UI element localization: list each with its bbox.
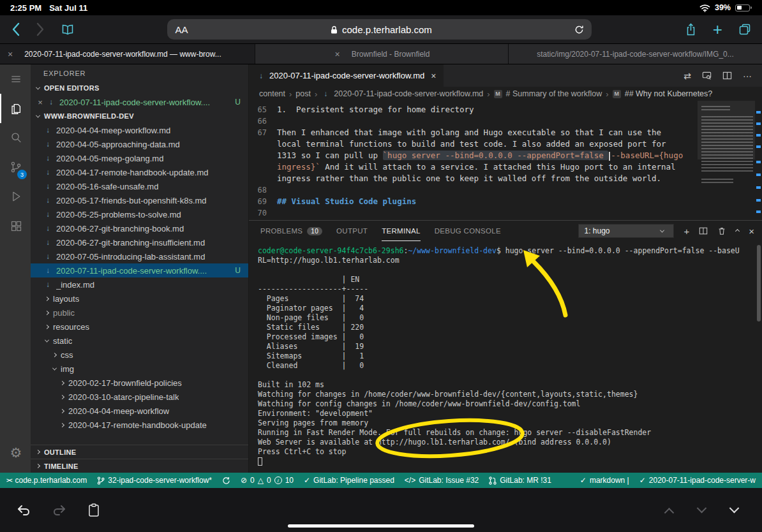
text-size-button[interactable]: AA: [175, 24, 188, 35]
remote-indicator[interactable]: >< code.p.terharlab.com: [6, 476, 87, 485]
tab-output[interactable]: OUTPUT: [336, 221, 368, 241]
code-line: 69## Visual Studio Code plugins: [249, 196, 762, 207]
tree-file-2020-05-25-problems-to-solve.md[interactable]: ↓2020-05-25-problems-to-solve.md: [31, 207, 248, 221]
run-debug-activity-button[interactable]: [0, 182, 31, 211]
tree-file-_index.md[interactable]: ↓_index.md: [31, 277, 248, 292]
explorer-activity-button[interactable]: [0, 94, 31, 123]
tree-folder-resources[interactable]: resources: [31, 320, 248, 334]
tree-file-2020-07-11-ipad-code-server-workflow....[interactable]: ↓2020-07-11-ipad-code-server-workflow...…: [31, 263, 248, 277]
breadcrumb-item[interactable]: 2020-07-11-ipad-code-server-workflow.md: [334, 89, 483, 98]
menu-button[interactable]: [0, 64, 31, 94]
tree-file-2020-04-05-approaching-data.md[interactable]: ↓2020-04-05-approaching-data.md: [31, 137, 248, 151]
url-bar[interactable]: AA code.p.terharlab.com: [167, 19, 592, 40]
tree-folder-css[interactable]: css: [31, 348, 248, 362]
gitlab-issue-status[interactable]: </> GitLab: Issue #32: [405, 476, 479, 485]
tree-folder-public[interactable]: public: [31, 306, 248, 320]
tree-folder-img[interactable]: img: [31, 362, 248, 376]
tree-folder-static[interactable]: static: [31, 334, 248, 348]
breadcrumb-item[interactable]: # Summary of the workflow: [506, 89, 602, 98]
split-terminal-icon[interactable]: [699, 226, 708, 235]
split-editor-icon[interactable]: [722, 71, 732, 80]
terminal-line: Watching for changes in /home/coder/www-…: [258, 390, 762, 399]
tree-file-2020-07-05-introducing-lab-assistant.md[interactable]: ↓2020-07-05-introducing-lab-assistant.md: [31, 249, 248, 263]
close-tab-icon[interactable]: ×: [335, 49, 340, 59]
problems-status[interactable]: ⊘ 0 △ 0 i 10: [241, 476, 294, 485]
gitlab-mr-status[interactable]: GitLab: MR !31: [489, 476, 551, 485]
language-mode[interactable]: ✓ markdown |: [580, 476, 629, 485]
tree-file-2020-04-04-meep-workflow.md[interactable]: ↓2020-04-04-meep-workflow.md: [31, 123, 248, 137]
terminal-scrollbar[interactable]: [757, 245, 761, 321]
dismiss-keyboard-button[interactable]: [731, 505, 738, 516]
safari-tab-brownfield[interactable]: × Brownfield - Brownfield: [255, 44, 508, 64]
open-editor-item[interactable]: × ↓ 2020-07-11-ipad-code-server-workflow…: [31, 95, 248, 109]
gitlab-pipeline-status[interactable]: ✓ GitLab: Pipeline passed: [304, 476, 394, 485]
source-control-activity-button[interactable]: 3: [0, 152, 31, 182]
terminal[interactable]: coder@code-server-94f4c7cb6-29sh6:~/www-…: [249, 241, 762, 473]
terminal-picker[interactable]: 1: hugo: [578, 224, 674, 238]
workspace-header[interactable]: WWW-BROWNFIELD-DEV: [31, 109, 248, 123]
search-activity-button[interactable]: [0, 123, 31, 152]
tree-folder-2020-04-17-remote-handbook-update[interactable]: 2020-04-17-remote-handbook-update: [31, 418, 248, 432]
tree-item-label: 2020-05-16-safe-unsafe.md: [56, 182, 158, 191]
new-terminal-icon[interactable]: +: [684, 226, 689, 237]
tree-file-2020-05-17-friends-but-openshift-k8s.md[interactable]: ↓2020-05-17-friends-but-openshift-k8s.md: [31, 193, 248, 207]
file-check-status[interactable]: ✓ 2020-07-11-ipad-code-server-w: [639, 476, 756, 485]
editor-tab[interactable]: ↓ 2020-07-11-ipad-code-server-workflow.m…: [249, 64, 444, 87]
open-editors-header[interactable]: OPEN EDITORS: [31, 81, 248, 95]
breadcrumb-item[interactable]: content: [259, 89, 285, 98]
tree-folder-layouts[interactable]: layouts: [31, 292, 248, 306]
tabs-overview-button[interactable]: [739, 24, 751, 35]
tab-debug-console[interactable]: DEBUG CONSOLE: [435, 221, 501, 241]
hamburger-icon: [10, 73, 22, 85]
tab-terminal[interactable]: TERMINAL: [382, 221, 421, 241]
shortcuts-down-button[interactable]: [698, 505, 705, 516]
close-editor-tab-icon[interactable]: ×: [431, 71, 436, 81]
minimap[interactable]: [698, 101, 755, 220]
tree-file-2020-06-27-git-branching-insufficient.md[interactable]: ↓2020-06-27-git-branching-insufficient.m…: [31, 235, 248, 249]
more-actions-icon[interactable]: ···: [743, 71, 752, 81]
tree-folder-2020-04-04-meep-workflow[interactable]: 2020-04-04-meep-workflow: [31, 404, 248, 418]
extensions-activity-button[interactable]: [0, 211, 31, 240]
close-editor-icon[interactable]: ×: [36, 98, 45, 107]
close-tab-icon[interactable]: ×: [8, 49, 13, 59]
reading-list-button[interactable]: [61, 24, 74, 35]
tree-file-2020-06-27-git-branching-book.md[interactable]: ↓2020-06-27-git-branching-book.md: [31, 221, 248, 235]
open-changes-icon[interactable]: ⇄: [684, 71, 691, 81]
code-editor[interactable]: 651. Persistent storage for home directo…: [249, 101, 762, 220]
maximize-panel-icon[interactable]: [736, 230, 739, 233]
share-button[interactable]: [685, 23, 696, 36]
tree-file-2020-05-16-safe-unsafe.md[interactable]: ↓2020-05-16-safe-unsafe.md: [31, 179, 248, 193]
timeline-header[interactable]: TIMELINE: [31, 459, 248, 473]
back-button[interactable]: [11, 22, 20, 36]
shortcuts-up-button[interactable]: [666, 505, 673, 516]
git-branch-status[interactable]: 32-ipad-code-server-workflow*: [97, 476, 212, 485]
tree-file-2020-04-05-meep-golang.md[interactable]: ↓2020-04-05-meep-golang.md: [31, 151, 248, 165]
breadcrumb-item[interactable]: ## Why not Kubernetes?: [625, 89, 713, 98]
forward-button[interactable]: [36, 22, 45, 36]
tree-folder-2020-03-10-atarc-pipeline-talk[interactable]: 2020-03-10-atarc-pipeline-talk: [31, 390, 248, 404]
sync-status[interactable]: [222, 477, 230, 485]
tree-file-2020-04-17-remote-handbook-update.md[interactable]: ↓2020-04-17-remote-handbook-update.md: [31, 165, 248, 179]
tab-problems[interactable]: PROBLEMS 10: [260, 221, 322, 241]
safari-tab-code-server[interactable]: × 2020-07-11-ipad-code-server-workflow.m…: [0, 44, 255, 64]
undo-button[interactable]: [17, 504, 31, 516]
new-tab-button[interactable]: +: [713, 22, 722, 36]
tree-item-label: 2020-04-04-meep-workflow: [68, 406, 169, 416]
scm-badge: 3: [17, 170, 27, 179]
kill-terminal-icon[interactable]: [717, 226, 726, 235]
chevron-right-icon: [60, 380, 64, 385]
close-panel-icon[interactable]: ×: [749, 226, 754, 237]
reload-button[interactable]: [574, 25, 584, 34]
breadcrumb-item[interactable]: post: [295, 89, 311, 98]
markdown-file-icon: ↓: [43, 140, 52, 149]
text-cursor: [609, 152, 610, 161]
redo-button[interactable]: [52, 504, 66, 516]
outline-header[interactable]: OUTLINE: [31, 445, 248, 459]
tree-folder-2020-02-17-brownfield-policies[interactable]: 2020-02-17-brownfield-policies: [31, 376, 248, 390]
safari-tab-image[interactable]: static/img/2020-07-11-ipad-code-server-w…: [508, 44, 762, 64]
tree-item-label: 2020-06-27-git-branching-insufficient.md: [56, 238, 205, 248]
settings-button[interactable]: ⚙: [0, 438, 31, 468]
home-indicator[interactable]: [288, 524, 474, 528]
open-preview-icon[interactable]: [702, 71, 712, 80]
paste-clipboard-button[interactable]: [88, 503, 100, 517]
